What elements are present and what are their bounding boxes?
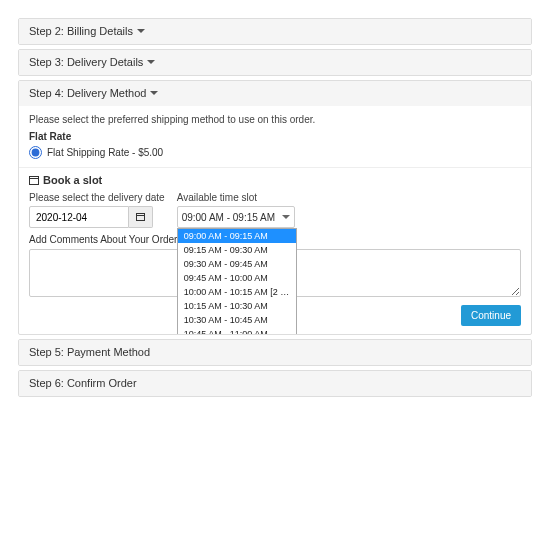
- delivery-date-input[interactable]: [29, 206, 129, 228]
- continue-button[interactable]: Continue: [461, 305, 521, 326]
- accordion-step6[interactable]: Step 6: Confirm Order: [18, 370, 532, 397]
- step3-title: Step 3: Delivery Details: [29, 56, 143, 68]
- step4-title: Step 4: Delivery Method: [29, 87, 146, 99]
- timeslot-option[interactable]: 10:15 AM - 10:30 AM: [178, 299, 296, 313]
- timeslot-selected: 09:00 AM - 09:15 AM: [182, 212, 275, 223]
- timeslot-option[interactable]: 09:15 AM - 09:30 AM: [178, 243, 296, 257]
- accordion-step5[interactable]: Step 5: Payment Method: [18, 339, 532, 366]
- calendar-icon: [136, 213, 145, 221]
- step5-title: Step 5: Payment Method: [29, 346, 150, 358]
- book-slot-heading: Book a slot: [43, 174, 102, 186]
- accordion-step3[interactable]: Step 3: Delivery Details: [18, 49, 532, 76]
- calendar-icon: [29, 176, 39, 185]
- divider: [19, 167, 531, 168]
- flat-rate-option[interactable]: Flat Shipping Rate - $5.00: [29, 146, 521, 159]
- date-picker-button[interactable]: [129, 206, 153, 228]
- date-label: Please select the delivery date: [29, 192, 165, 203]
- shipping-instructions: Please select the preferred shipping met…: [29, 114, 521, 125]
- chevron-down-icon: [282, 215, 290, 223]
- timeslot-label: Available time slot: [177, 192, 295, 203]
- accordion-step2[interactable]: Step 2: Billing Details: [18, 18, 532, 45]
- chevron-down-icon: [147, 60, 155, 68]
- step6-title: Step 6: Confirm Order: [29, 377, 137, 389]
- flat-rate-radio[interactable]: [29, 146, 42, 159]
- step4-header[interactable]: Step 4: Delivery Method: [19, 81, 531, 106]
- timeslot-option[interactable]: 10:45 AM - 11:00 AM: [178, 327, 296, 335]
- flat-rate-label: Flat Shipping Rate - $5.00: [47, 147, 163, 158]
- timeslot-select[interactable]: 09:00 AM - 09:15 AM 09:00 AM - 09:15 AM0…: [177, 206, 295, 228]
- timeslot-option[interactable]: 10:30 AM - 10:45 AM: [178, 313, 296, 327]
- chevron-down-icon: [150, 91, 158, 99]
- chevron-down-icon: [137, 29, 145, 37]
- accordion-step4: Step 4: Delivery Method Please select th…: [18, 80, 532, 335]
- flat-rate-heading: Flat Rate: [29, 131, 521, 142]
- timeslot-option[interactable]: 10:00 AM - 10:15 AM [2 slots]: [178, 285, 296, 299]
- timeslot-option[interactable]: 09:30 AM - 09:45 AM: [178, 257, 296, 271]
- timeslot-option[interactable]: 09:45 AM - 10:00 AM: [178, 271, 296, 285]
- timeslot-option[interactable]: 09:00 AM - 09:15 AM: [178, 229, 296, 243]
- timeslot-dropdown[interactable]: 09:00 AM - 09:15 AM09:15 AM - 09:30 AM09…: [177, 228, 297, 335]
- step2-title: Step 2: Billing Details: [29, 25, 133, 37]
